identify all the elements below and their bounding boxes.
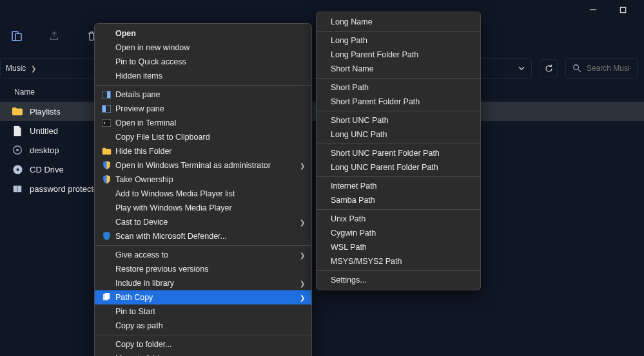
- address-dropdown[interactable]: [514, 61, 529, 75]
- menu-wsl-path[interactable]: WSL Path: [317, 240, 480, 254]
- menu-label: Long Path: [331, 36, 367, 45]
- menu-label: Samba Path: [331, 196, 375, 205]
- menu-label: Copy as path: [115, 321, 163, 330]
- share-icon[interactable]: [46, 28, 62, 44]
- menu-label: Short Path: [331, 83, 369, 92]
- file-icon: [12, 125, 23, 136]
- context-submenu-path-copy: Long Name Long Path Long Parent Folder P…: [316, 12, 481, 290]
- menu-cygwin-path[interactable]: Cygwin Path: [317, 226, 480, 240]
- menu-pin-to-start[interactable]: Pin to Start: [95, 304, 311, 319]
- menu-label: Long UNC Path: [331, 130, 387, 139]
- menu-label: Include in library: [115, 279, 174, 288]
- menu-separator: [317, 176, 480, 177]
- window-minimize-button[interactable]: [586, 3, 600, 17]
- menu-pin-quick-access[interactable]: Pin to Quick access: [95, 55, 311, 69]
- menu-settings[interactable]: Settings...: [317, 273, 480, 287]
- shield-icon: [100, 160, 113, 171]
- menu-copy-file-list[interactable]: Copy File List to Clipboard: [95, 130, 311, 144]
- menu-unix-path[interactable]: Unix Path: [317, 212, 480, 226]
- menu-open-terminal[interactable]: Open in Terminal: [95, 116, 311, 130]
- menu-samba-path[interactable]: Samba Path: [317, 193, 480, 207]
- chevron-right-icon: ❯: [300, 162, 305, 169]
- menu-separator: [317, 111, 480, 111]
- menu-label: Short UNC Path: [331, 116, 389, 125]
- breadcrumb-item[interactable]: Music: [5, 64, 26, 73]
- menu-label: Open in Windows Terminal as administrato…: [115, 161, 271, 170]
- menu-label: Copy File List to Clipboard: [115, 133, 210, 142]
- refresh-button[interactable]: [540, 59, 558, 77]
- menu-open[interactable]: Open: [95, 26, 311, 41]
- file-label: CD Drive: [30, 165, 64, 174]
- menu-label: Pin to Quick access: [115, 57, 186, 66]
- svg-point-4: [574, 65, 579, 70]
- menu-preview-pane[interactable]: Preview pane: [95, 102, 311, 116]
- menu-label: Settings...: [331, 276, 367, 285]
- menu-take-ownership[interactable]: Take Ownership: [95, 173, 311, 187]
- menu-long-parent-path[interactable]: Long Parent Folder Path: [317, 48, 480, 62]
- menu-label: Hide this Folder: [115, 147, 172, 156]
- new-item-icon[interactable]: [9, 28, 24, 44]
- window-maximize-button[interactable]: [616, 3, 630, 17]
- menu-copy-to-folder[interactable]: Copy to folder...: [95, 337, 311, 351]
- menu-short-name[interactable]: Short Name: [317, 62, 480, 76]
- shield-icon: [100, 174, 113, 185]
- menu-separator: [95, 85, 311, 86]
- menu-hidden-items[interactable]: Hidden items: [95, 69, 311, 83]
- menu-play-wmp[interactable]: Play with Windows Media Player: [95, 201, 311, 215]
- menu-long-unc-parent[interactable]: Long UNC Parent Folder Path: [317, 160, 480, 174]
- menu-restore-previous[interactable]: Restore previous versions: [95, 262, 311, 276]
- menu-label: Preview pane: [115, 104, 164, 113]
- menu-long-name[interactable]: Long Name: [317, 15, 480, 29]
- menu-add-wmp-list[interactable]: Add to Windows Media Player list: [95, 187, 311, 201]
- menu-hide-folder[interactable]: Hide this Folder: [95, 144, 311, 158]
- menu-separator: [317, 78, 480, 79]
- menu-separator: [317, 270, 480, 271]
- menu-move-to-folder[interactable]: Move to folder...: [95, 351, 311, 356]
- menu-label: Scan with Microsoft Defender...: [115, 232, 227, 241]
- menu-label: Details pane: [115, 90, 161, 99]
- preview-pane-icon: [100, 104, 113, 114]
- menu-label: Play with Windows Media Player: [115, 203, 232, 212]
- menu-long-unc-path[interactable]: Long UNC Path: [317, 127, 480, 142]
- menu-short-unc-parent[interactable]: Short UNC Parent Folder Path: [317, 146, 480, 160]
- menu-label: Add to Windows Media Player list: [115, 189, 235, 198]
- menu-label: Open in Terminal: [115, 118, 176, 127]
- menu-label: Copy to folder...: [115, 340, 172, 349]
- menu-open-new-window[interactable]: Open in new window: [95, 41, 311, 55]
- menu-include-library[interactable]: Include in library❯: [95, 276, 311, 290]
- menu-give-access[interactable]: Give access to❯: [95, 248, 311, 262]
- menu-details-pane[interactable]: Details pane: [95, 88, 311, 102]
- search-input[interactable]: [587, 64, 630, 73]
- menu-internet-path[interactable]: Internet Path: [317, 179, 480, 193]
- svg-rect-15: [102, 106, 106, 112]
- menu-cast-to-device[interactable]: Cast to Device❯: [95, 215, 311, 229]
- menu-open-wt-admin[interactable]: Open in Windows Terminal as administrato…: [95, 158, 311, 173]
- menu-label: Open in new window: [115, 43, 190, 52]
- svg-point-7: [16, 149, 19, 151]
- menu-separator: [317, 31, 480, 32]
- menu-scan-defender[interactable]: Scan with Microsoft Defender...: [95, 229, 311, 243]
- menu-long-path[interactable]: Long Path: [317, 33, 480, 48]
- menu-separator: [317, 144, 480, 144]
- menu-short-path[interactable]: Short Path: [317, 80, 480, 95]
- menu-label: Restore previous versions: [115, 265, 209, 274]
- svg-rect-18: [104, 293, 110, 299]
- menu-msys-path[interactable]: MSYS/MSYS2 Path: [317, 254, 480, 268]
- chevron-right-icon: ❯: [31, 65, 36, 72]
- menu-copy-as-path[interactable]: Copy as path: [95, 319, 311, 333]
- context-menu: Open Open in new window Pin to Quick acc…: [94, 23, 312, 356]
- svg-point-9: [16, 168, 19, 171]
- defender-icon: [100, 231, 113, 241]
- menu-short-unc-path[interactable]: Short UNC Path: [317, 113, 480, 127]
- folder-icon: [12, 106, 23, 117]
- menu-label: Long Name: [331, 17, 373, 26]
- svg-rect-3: [15, 33, 21, 41]
- menu-label: Long Parent Folder Path: [331, 50, 418, 59]
- menu-short-parent-path[interactable]: Short Parent Folder Path: [317, 95, 480, 109]
- search-box[interactable]: [565, 58, 638, 79]
- terminal-icon: [100, 118, 113, 128]
- file-label: Untitled: [30, 126, 58, 136]
- menu-label: Hidden items: [115, 71, 162, 80]
- menu-path-copy[interactable]: Path Copy❯: [95, 290, 311, 304]
- column-name[interactable]: Name: [14, 88, 35, 97]
